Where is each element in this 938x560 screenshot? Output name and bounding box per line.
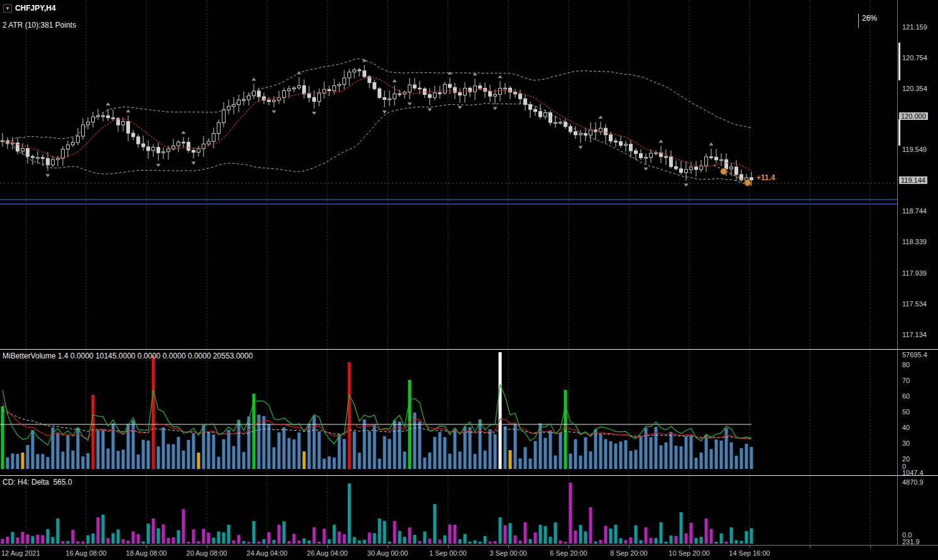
price-tick-label: 117.534	[902, 300, 927, 308]
time-tick	[870, 546, 871, 548]
volume-tick-label: 70	[902, 377, 910, 384]
time-tick	[146, 546, 147, 548]
volume-tick-label: 50	[902, 408, 910, 416]
time-tick	[267, 546, 268, 548]
time-tick-label: 12 Aug 2021	[1, 549, 40, 557]
fractal-arrows-layer	[46, 59, 714, 187]
time-tick-label: 16 Aug 08:00	[66, 549, 107, 557]
price-tick-label: 117.134	[902, 331, 927, 338]
price-tick-label: 119.549	[902, 146, 927, 153]
time-tick-label: 8 Sep 20:00	[610, 549, 647, 557]
time-axis[interactable]: 12 Aug 202116 Aug 08:0018 Aug 08:0020 Au…	[0, 545, 938, 560]
time-tick-label: 1 Sep 00:00	[429, 549, 466, 557]
trade-points-label: +11.4	[756, 173, 775, 182]
volume-tick-label: 60	[902, 392, 910, 400]
shift-marker-line	[858, 14, 859, 28]
time-tick-label: 6 Sep 20:00	[550, 549, 587, 557]
panel-splitter-volume[interactable]	[0, 349, 938, 350]
time-tick	[26, 546, 26, 548]
price-badge: 119.144	[899, 176, 927, 184]
time-tick-label: 18 Aug 08:00	[126, 549, 167, 557]
candles-layer	[1, 65, 753, 186]
time-tick-label: 20 Aug 08:00	[187, 549, 227, 557]
volume-tick-label: 20	[902, 455, 910, 463]
volume-indicator-label: MiBetterVolume 1.4 0.0000 10145.0000 0.0…	[3, 352, 253, 360]
price-tick-label: 121.159	[902, 23, 927, 31]
shift-percent-label: 26%	[862, 14, 877, 23]
mt4-chart-window: ▼ CHFJPY,H4 2 ATR (10):381 Points 26% +1…	[0, 0, 938, 560]
time-tick-label: 26 Aug 04:00	[307, 549, 348, 557]
volume-bars-layer	[1, 352, 753, 469]
time-tick	[689, 546, 690, 548]
time-tick-label: 10 Sep 20:00	[668, 549, 709, 557]
volume-tick-label: 80	[902, 361, 910, 369]
time-tick	[86, 546, 87, 548]
chart-header: ▼ CHFJPY,H4	[3, 4, 56, 13]
time-tick-label: 24 Aug 04:00	[247, 549, 288, 557]
volume-tick-label: 57695.4	[902, 351, 927, 358]
delta-tick-label: 4870.9	[902, 478, 924, 486]
delta-bars-layer	[1, 483, 753, 544]
time-tick-label: 14 Sep 16:00	[729, 549, 770, 557]
scale-marker	[898, 43, 900, 80]
horizontal-lines-layer	[0, 183, 897, 204]
price-tick-label: 118.339	[902, 238, 927, 245]
price-tick-label: 117.939	[902, 269, 927, 277]
price-tick-label: 118.744	[902, 207, 927, 215]
volume-tick-label: 40	[902, 424, 910, 431]
price-tick-label: 120.354	[902, 85, 927, 92]
time-tick	[327, 546, 328, 548]
time-tick-label: 30 Aug 00:00	[368, 549, 408, 557]
panel-splitter-delta[interactable]	[0, 475, 938, 476]
time-tick	[569, 546, 569, 548]
time-tick	[508, 546, 509, 548]
bands-layer	[3, 59, 751, 186]
time-tick	[810, 546, 810, 548]
time-tick	[629, 546, 630, 548]
atr-indicator-label: 2 ATR (10):381 Points	[3, 21, 76, 30]
delta-chart-canvas[interactable]	[0, 476, 897, 545]
time-tick-label: 3 Sep 00:00	[489, 549, 526, 557]
time-tick	[388, 546, 388, 548]
delta-indicator-label: CD: H4: Delta 565.0	[3, 478, 72, 487]
volume-chart-canvas[interactable]	[0, 350, 897, 475]
time-tick	[750, 546, 750, 548]
gridlines-layer	[26, 0, 870, 349]
time-tick	[448, 546, 449, 548]
symbol-timeframe-label: CHFJPY,H4	[15, 4, 56, 13]
price-badge: 120.000	[899, 112, 928, 120]
price-scale[interactable]: 121.159120.754120.354120.000119.549119.1…	[897, 0, 938, 545]
time-tick	[207, 546, 207, 548]
symbol-dropdown-icon[interactable]: ▼	[3, 4, 12, 13]
price-tick-label: 120.754	[902, 54, 927, 62]
scale-marker	[898, 119, 900, 146]
volume-tick-label: 30	[902, 439, 910, 447]
chart-shift-marker[interactable]: 26%	[858, 14, 877, 28]
